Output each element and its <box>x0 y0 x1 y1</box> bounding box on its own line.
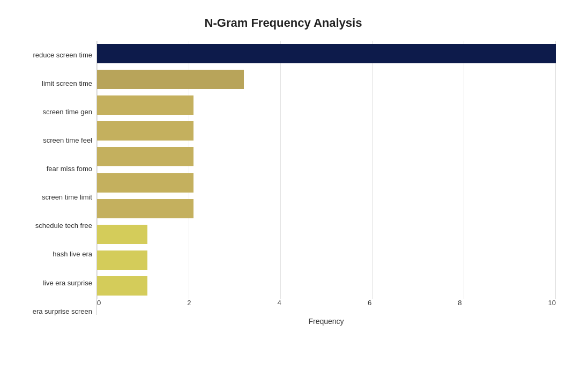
bar-row <box>97 196 556 222</box>
bars-area <box>97 41 556 299</box>
bar-row <box>97 222 556 247</box>
plot-area: 0246810 <box>96 41 556 315</box>
bar-row <box>97 67 556 92</box>
x-axis-labels: 0246810 <box>97 299 556 315</box>
y-label: era surprise screen <box>11 297 92 325</box>
y-label: fear miss fomo <box>11 155 92 183</box>
x-axis-title: Frequency <box>96 317 556 326</box>
y-label: live era surprise <box>11 269 92 297</box>
bar-row <box>97 247 556 273</box>
bar-row <box>97 41 556 67</box>
bar-row <box>97 92 556 118</box>
x-tick-label: 4 <box>278 299 281 315</box>
bar <box>97 199 193 218</box>
chart-container: N-Gram Frequency Analysis reduce screen … <box>0 0 588 376</box>
bar <box>97 225 147 244</box>
bar-row <box>97 118 556 144</box>
x-tick-label: 8 <box>458 299 462 315</box>
bar <box>97 276 147 296</box>
x-tick-label: 6 <box>368 299 371 315</box>
y-label: screen time limit <box>11 183 92 211</box>
bar <box>97 70 244 89</box>
bar <box>97 44 556 63</box>
y-label: hash live era <box>11 240 92 268</box>
x-tick-label: 2 <box>187 299 191 315</box>
bar-row <box>97 169 556 195</box>
bar <box>97 121 193 141</box>
y-label: schedule tech free <box>11 212 92 240</box>
chart-title: N-Gram Frequency Analysis <box>11 16 556 30</box>
bar <box>97 250 147 270</box>
chart-area: reduce screen timelimit screen timescree… <box>11 41 556 326</box>
y-label: screen time feel <box>11 127 92 154</box>
bar <box>97 95 193 115</box>
bar-row <box>97 273 556 299</box>
bar <box>97 147 193 166</box>
y-axis-labels: reduce screen timelimit screen timescree… <box>11 41 96 326</box>
x-tick-label: 0 <box>97 299 101 315</box>
bar-row <box>97 144 556 169</box>
x-tick-label: 10 <box>548 299 555 315</box>
y-label: limit screen time <box>11 70 92 98</box>
bar <box>97 173 193 193</box>
y-label: screen time gen <box>11 98 92 126</box>
y-label: reduce screen time <box>11 41 92 69</box>
